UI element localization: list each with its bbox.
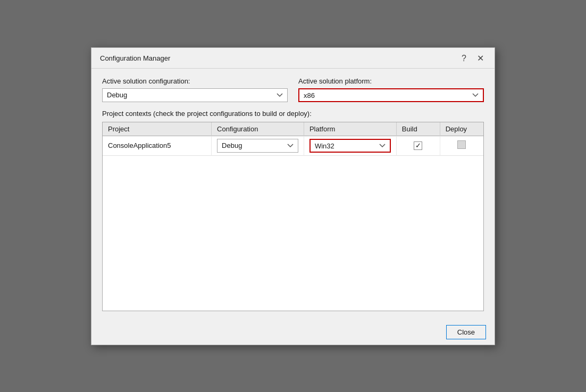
build-cell	[396, 136, 440, 155]
col-header-platform: Platform	[304, 122, 396, 136]
solution-config-label: Active solution configuration:	[102, 77, 288, 85]
col-header-project: Project	[103, 122, 212, 136]
col-header-build: Build	[396, 122, 440, 136]
deploy-cell	[440, 136, 483, 155]
solution-platform-dropdown[interactable]: x86 x64 Any CPU	[298, 88, 484, 102]
col-header-configuration: Configuration	[212, 122, 304, 136]
row-platform-dropdown[interactable]: Win32 x64 Any CPU	[309, 139, 391, 153]
close-button[interactable]: Close	[446, 325, 486, 339]
help-button[interactable]: ?	[459, 53, 468, 64]
platform-dropdown-wrapper: x86 x64 Any CPU	[298, 88, 484, 102]
col-header-deploy: Deploy	[440, 122, 483, 136]
close-title-button[interactable]: ✕	[475, 53, 486, 64]
row-configuration-dropdown[interactable]: Debug Release	[217, 139, 298, 153]
dialog-title: Configuration Manager	[100, 54, 170, 62]
project-contexts-table-container: Project Configuration Platform Build Dep…	[102, 122, 484, 311]
dialog-footer: Close	[91, 320, 495, 345]
title-bar-controls: ? ✕	[459, 53, 486, 64]
solution-config-dropdown[interactable]: Debug Release	[102, 88, 288, 102]
build-checkbox[interactable]	[414, 141, 422, 150]
configuration-manager-dialog: Configuration Manager ? ✕ Active solutio…	[91, 47, 495, 345]
dialog-body: Active solution configuration: Debug Rel…	[91, 69, 495, 320]
project-contexts-table: Project Configuration Platform Build Dep…	[103, 122, 483, 156]
row-platform-wrapper: Win32 x64 Any CPU	[309, 139, 391, 153]
project-contexts-label: Project contexts (check the project conf…	[102, 110, 484, 118]
platform-cell: Win32 x64 Any CPU	[304, 136, 396, 155]
active-solution-platform-group: Active solution platform: x86 x64 Any CP…	[298, 77, 484, 102]
configuration-cell: Debug Release	[212, 136, 304, 155]
title-bar: Configuration Manager ? ✕	[91, 48, 495, 69]
top-controls: Active solution configuration: Debug Rel…	[102, 77, 484, 102]
title-bar-left: Configuration Manager	[100, 54, 170, 62]
table-header-row: Project Configuration Platform Build Dep…	[103, 122, 483, 136]
active-solution-configuration-group: Active solution configuration: Debug Rel…	[102, 77, 288, 102]
deploy-checkbox[interactable]	[457, 140, 466, 149]
solution-platform-label: Active solution platform:	[298, 77, 484, 85]
project-name-cell: ConsoleApplication5	[103, 136, 212, 155]
table-row: ConsoleApplication5 Debug Release Win32	[103, 136, 483, 155]
